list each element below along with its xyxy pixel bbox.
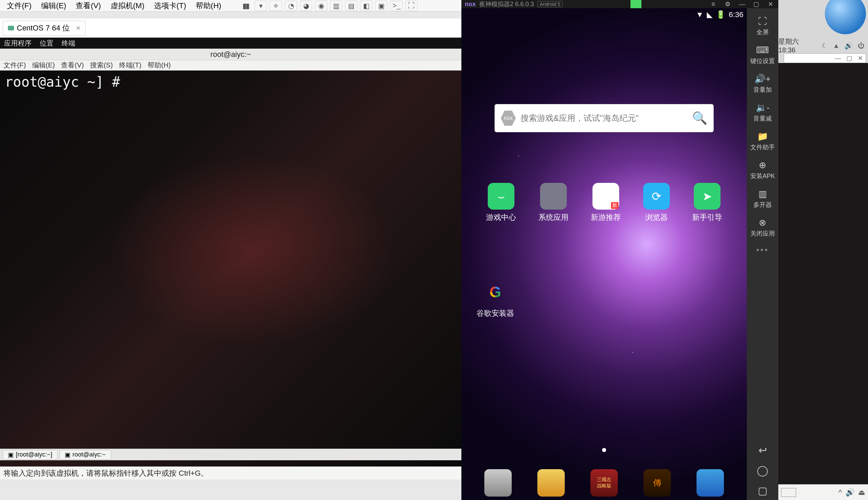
search-box[interactable]: nox 🔍	[495, 104, 714, 132]
side-multi[interactable]: ▥多开器	[747, 184, 778, 213]
volume-icon[interactable]: 🔊	[844, 42, 853, 50]
fullscreen-icon[interactable]: ⛶	[405, 1, 418, 11]
burger-icon[interactable]: ≡	[709, 1, 717, 8]
term-menu-terminal[interactable]: 终端(T)	[119, 61, 142, 70]
minimize-icon[interactable]: —	[738, 1, 746, 8]
nox-titlebar[interactable]: nox 夜神模拟器2 6.6.0.3 Android 5 ≡ ⚙ — ▢ ✕	[461, 0, 778, 8]
app-label: 新游推荐	[591, 212, 621, 223]
menu-help[interactable]: 帮助(H)	[191, 1, 226, 11]
recents-key-icon[interactable]: ▢	[758, 485, 767, 497]
globe-icon[interactable]	[825, 0, 866, 34]
tray-usb-icon[interactable]: ⏏	[858, 488, 865, 497]
terminal-icon: ▣	[65, 451, 70, 458]
app-label: 浏览器	[645, 212, 668, 223]
unity-icon[interactable]: ◧	[360, 1, 372, 11]
close-icon[interactable]: ×	[76, 24, 80, 33]
search-input[interactable]	[521, 113, 687, 123]
dock-app-2[interactable]	[537, 469, 565, 497]
dock-app-5[interactable]	[696, 469, 724, 497]
side-label: 文件助手	[750, 143, 775, 151]
console-icon[interactable]: ▣	[375, 1, 387, 11]
app-browser[interactable]: ⟳ 浏览器	[643, 183, 670, 223]
tray-volume-icon[interactable]: 🔊	[845, 488, 855, 497]
send-keys-icon[interactable]: ⎆	[270, 1, 282, 11]
side-label: 音量减	[753, 114, 772, 123]
taskbar-item[interactable]	[781, 488, 796, 497]
side-file[interactable]: 📁文件助手	[747, 127, 778, 156]
maximize-icon[interactable]: ▢	[846, 55, 852, 62]
back-key-icon[interactable]: ↩	[759, 444, 767, 456]
search-icon[interactable]: 🔍	[692, 111, 707, 125]
snapshot-revert-icon[interactable]: ◕	[300, 1, 312, 11]
side-closeapp[interactable]: ⊗关闭应用	[747, 213, 778, 242]
nox-hex-icon: nox	[501, 111, 516, 126]
app-system-apps[interactable]: 系统应用	[539, 183, 568, 223]
moon-icon[interactable]: ☾	[822, 42, 828, 50]
pause-icon[interactable]: ▮▮	[240, 1, 252, 11]
app-game-center[interactable]: ⌣ 游戏中心	[486, 183, 516, 223]
app-google-installer[interactable]: G 谷歌安装器	[476, 279, 514, 318]
side-apk[interactable]: ⊕安装APK	[747, 156, 778, 184]
background-window-titlebar[interactable]: — ▢ ✕	[784, 54, 866, 63]
menu-edit[interactable]: 编辑(E)	[36, 1, 71, 11]
layout-icon[interactable]: ▥	[330, 1, 342, 11]
app-guide[interactable]: ➤ 新手引导	[692, 183, 722, 223]
system-apps-icon	[540, 183, 567, 209]
menu-file[interactable]: 文件(F)	[2, 1, 36, 11]
snapshot-mgr-icon[interactable]: ◉	[315, 1, 327, 11]
side-label: 全屏	[756, 28, 769, 36]
vmware-statusbar: 将输入定向到该虚拟机，请将鼠标指针移入其中或按 Ctrl+G。	[0, 466, 461, 479]
dropdown-icon[interactable]: ▾	[255, 1, 267, 11]
menu-view[interactable]: 查看(V)	[71, 1, 105, 11]
term-menu-help[interactable]: 帮助(H)	[148, 61, 171, 70]
taskbar-btn-1[interactable]: ▣ [root@aiyc:~]	[3, 450, 58, 459]
shell-prompt: root@aiyc ~] #	[5, 74, 120, 90]
dock-app-3[interactable]: 三國志战略版	[590, 469, 618, 497]
nox-multi-icon[interactable]	[630, 0, 641, 8]
maximize-icon[interactable]: ▢	[752, 1, 761, 8]
terminal-body[interactable]: root@aiyc ~] #	[0, 70, 461, 469]
vm-tab-centos[interactable]: CentOS 7 64 位 ×	[3, 21, 85, 36]
fullscreen-icon: ⛶	[758, 16, 767, 27]
term-menu-file[interactable]: 文件(F)	[3, 61, 26, 70]
app-new-games[interactable]: 新 新游推荐	[591, 183, 621, 223]
more-icon[interactable]: •••	[756, 245, 769, 255]
term-menu-view[interactable]: 查看(V)	[61, 61, 84, 70]
minimize-icon[interactable]: —	[835, 55, 841, 62]
side-label: 音量加	[753, 86, 772, 94]
close-icon[interactable]: ✕	[767, 1, 775, 8]
google-icon: G	[482, 279, 509, 306]
home-key-icon[interactable]: ◯	[757, 464, 768, 476]
layout2-icon[interactable]: ▤	[345, 1, 357, 11]
side-voldown[interactable]: 🔉-音量减	[747, 98, 778, 127]
android-nav-keys: ↩ ◯ ▢	[747, 444, 778, 497]
taskbar-btn-2[interactable]: ▣ root@aiyc:~	[60, 450, 111, 459]
gnome-apps[interactable]: 应用程序	[4, 39, 32, 48]
browser-icon: ⟳	[643, 183, 670, 209]
terminal-icon[interactable]: >_	[390, 1, 403, 11]
term-menu-search[interactable]: 搜索(S)	[90, 61, 113, 70]
side-label: 多开器	[753, 201, 772, 209]
menu-vm[interactable]: 虚拟机(M)	[106, 1, 149, 11]
nox-window-controls: ≡ ⚙ — ▢ ✕	[709, 1, 775, 8]
power-icon[interactable]: ⏻	[858, 42, 865, 50]
dock-app-1[interactable]	[484, 469, 512, 497]
network-icon[interactable]: ▲	[833, 42, 840, 50]
close-icon[interactable]: ✕	[858, 55, 863, 62]
android-screen[interactable]: ▼ ◣ 🔋 6:36 nox 🔍 ⌣ 游戏中心 系统应用 新	[461, 8, 747, 500]
side-fullscreen[interactable]: ⛶全屏	[747, 12, 778, 41]
snapshot-take-icon[interactable]: ◔	[285, 1, 297, 11]
file-icon: 📁	[757, 131, 768, 142]
gnome-terminal[interactable]: 终端	[62, 39, 75, 48]
menu-tabs[interactable]: 选项卡(T)	[149, 1, 191, 11]
term-menu-edit[interactable]: 编辑(E)	[32, 61, 55, 70]
svg-rect-0	[8, 26, 14, 31]
new-games-icon: 新	[592, 183, 619, 209]
side-keymap[interactable]: ⌨键位设置	[747, 41, 778, 69]
app-label: 新手引导	[692, 212, 722, 223]
gnome-places[interactable]: 位置	[40, 39, 54, 48]
tray-up-icon[interactable]: ^	[838, 488, 842, 497]
side-volup[interactable]: 🔊+音量加	[747, 69, 778, 98]
gear-icon[interactable]: ⚙	[724, 1, 732, 8]
dock-app-4[interactable]: 傳	[644, 469, 671, 497]
